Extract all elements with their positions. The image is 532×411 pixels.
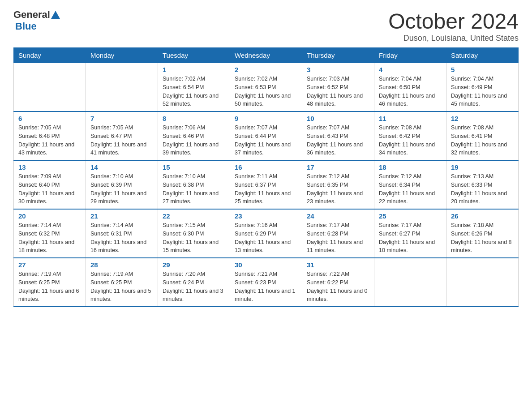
day-info: Sunrise: 7:10 AM Sunset: 6:38 PM Dayligh… [163,172,225,206]
day-info: Sunrise: 7:08 AM Sunset: 6:42 PM Dayligh… [379,124,442,157]
calendar-week-3: 13Sunrise: 7:09 AM Sunset: 6:40 PM Dayli… [14,160,519,209]
day-number: 17 [307,163,369,171]
calendar-week-4: 20Sunrise: 7:14 AM Sunset: 6:32 PM Dayli… [14,209,519,258]
day-number: 24 [307,212,369,220]
weekday-header-sunday: Sunday [14,48,86,63]
day-number: 16 [235,163,297,171]
day-info: Sunrise: 7:10 AM Sunset: 6:39 PM Dayligh… [90,172,153,206]
calendar-cell [446,258,519,307]
calendar-cell: 2Sunrise: 7:02 AM Sunset: 6:53 PM Daylig… [230,63,302,112]
calendar-cell: 25Sunrise: 7:17 AM Sunset: 6:27 PM Dayli… [374,209,446,258]
calendar-cell: 29Sunrise: 7:20 AM Sunset: 6:24 PM Dayli… [158,258,230,307]
day-number: 6 [18,115,81,122]
day-info: Sunrise: 7:15 AM Sunset: 6:30 PM Dayligh… [163,221,225,255]
calendar-cell: 12Sunrise: 7:08 AM Sunset: 6:41 PM Dayli… [446,111,519,160]
calendar-cell: 13Sunrise: 7:09 AM Sunset: 6:40 PM Dayli… [14,160,86,209]
day-number: 30 [235,261,297,269]
day-number: 26 [451,212,514,220]
calendar-cell: 5Sunrise: 7:04 AM Sunset: 6:49 PM Daylig… [446,63,519,112]
day-info: Sunrise: 7:04 AM Sunset: 6:49 PM Dayligh… [451,75,514,108]
day-number: 22 [163,212,225,220]
logo: General Blue [13,9,60,32]
day-info: Sunrise: 7:22 AM Sunset: 6:22 PM Dayligh… [307,270,369,304]
calendar-cell: 22Sunrise: 7:15 AM Sunset: 6:30 PM Dayli… [158,209,230,258]
day-info: Sunrise: 7:18 AM Sunset: 6:26 PM Dayligh… [451,221,514,255]
day-info: Sunrise: 7:19 AM Sunset: 6:25 PM Dayligh… [18,270,81,304]
day-info: Sunrise: 7:11 AM Sunset: 6:37 PM Dayligh… [235,172,297,206]
day-number: 2 [235,66,297,73]
title-section: October 2024 Duson, Louisiana, United St… [388,9,519,43]
day-info: Sunrise: 7:14 AM Sunset: 6:32 PM Dayligh… [18,221,81,255]
calendar-week-2: 6Sunrise: 7:05 AM Sunset: 6:48 PM Daylig… [14,111,519,160]
calendar-cell: 28Sunrise: 7:19 AM Sunset: 6:25 PM Dayli… [86,258,158,307]
day-info: Sunrise: 7:07 AM Sunset: 6:43 PM Dayligh… [307,124,369,157]
day-info: Sunrise: 7:17 AM Sunset: 6:27 PM Dayligh… [379,221,442,255]
calendar-cell: 14Sunrise: 7:10 AM Sunset: 6:39 PM Dayli… [86,160,158,209]
day-number: 11 [379,115,442,122]
day-number: 4 [379,66,442,73]
calendar-cell: 21Sunrise: 7:14 AM Sunset: 6:31 PM Dayli… [86,209,158,258]
day-number: 29 [163,261,225,269]
day-info: Sunrise: 7:16 AM Sunset: 6:29 PM Dayligh… [235,221,297,255]
calendar-table: SundayMondayTuesdayWednesdayThursdayFrid… [13,47,519,307]
calendar-cell: 27Sunrise: 7:19 AM Sunset: 6:25 PM Dayli… [14,258,86,307]
day-number: 13 [18,163,81,171]
weekday-header-monday: Monday [86,48,158,63]
calendar-header-row: SundayMondayTuesdayWednesdayThursdayFrid… [14,48,519,63]
calendar-cell: 24Sunrise: 7:17 AM Sunset: 6:28 PM Dayli… [302,209,374,258]
month-title: October 2024 [388,9,519,34]
calendar-cell: 17Sunrise: 7:12 AM Sunset: 6:35 PM Dayli… [302,160,374,209]
weekday-header-tuesday: Tuesday [158,48,230,63]
location: Duson, Louisiana, United States [388,34,519,43]
day-info: Sunrise: 7:21 AM Sunset: 6:23 PM Dayligh… [235,270,297,304]
day-number: 3 [307,66,369,73]
day-number: 18 [379,163,442,171]
day-info: Sunrise: 7:14 AM Sunset: 6:31 PM Dayligh… [90,221,153,255]
day-info: Sunrise: 7:17 AM Sunset: 6:28 PM Dayligh… [307,221,369,255]
day-number: 20 [18,212,81,220]
day-number: 7 [90,115,153,122]
calendar-cell: 6Sunrise: 7:05 AM Sunset: 6:48 PM Daylig… [14,111,86,160]
day-info: Sunrise: 7:05 AM Sunset: 6:47 PM Dayligh… [90,124,153,157]
day-info: Sunrise: 7:05 AM Sunset: 6:48 PM Dayligh… [18,124,81,157]
day-number: 14 [90,163,153,171]
day-number: 23 [235,212,297,220]
calendar-cell: 8Sunrise: 7:06 AM Sunset: 6:46 PM Daylig… [158,111,230,160]
day-info: Sunrise: 7:02 AM Sunset: 6:53 PM Dayligh… [235,75,297,108]
weekday-header-wednesday: Wednesday [230,48,302,63]
weekday-header-thursday: Thursday [302,48,374,63]
day-number: 28 [90,261,153,269]
day-info: Sunrise: 7:12 AM Sunset: 6:34 PM Dayligh… [379,172,442,206]
day-info: Sunrise: 7:06 AM Sunset: 6:46 PM Dayligh… [163,124,225,157]
calendar-cell: 15Sunrise: 7:10 AM Sunset: 6:38 PM Dayli… [158,160,230,209]
day-number: 12 [451,115,514,122]
day-info: Sunrise: 7:07 AM Sunset: 6:44 PM Dayligh… [235,124,297,157]
day-info: Sunrise: 7:19 AM Sunset: 6:25 PM Dayligh… [90,270,153,304]
day-number: 25 [379,212,442,220]
calendar-cell [374,258,446,307]
calendar-cell: 30Sunrise: 7:21 AM Sunset: 6:23 PM Dayli… [230,258,302,307]
logo-triangle-icon [51,11,60,19]
calendar-cell: 23Sunrise: 7:16 AM Sunset: 6:29 PM Dayli… [230,209,302,258]
calendar-cell: 31Sunrise: 7:22 AM Sunset: 6:22 PM Dayli… [302,258,374,307]
page-header: General Blue October 2024 Duson, Louisia… [13,9,519,43]
day-number: 8 [163,115,225,122]
day-info: Sunrise: 7:12 AM Sunset: 6:35 PM Dayligh… [307,172,369,206]
calendar-cell: 10Sunrise: 7:07 AM Sunset: 6:43 PM Dayli… [302,111,374,160]
calendar-cell: 19Sunrise: 7:13 AM Sunset: 6:33 PM Dayli… [446,160,519,209]
day-info: Sunrise: 7:09 AM Sunset: 6:40 PM Dayligh… [18,172,81,206]
calendar-cell: 4Sunrise: 7:04 AM Sunset: 6:50 PM Daylig… [374,63,446,112]
svg-marker-0 [51,11,60,19]
calendar-cell: 26Sunrise: 7:18 AM Sunset: 6:26 PM Dayli… [446,209,519,258]
logo-blue: Blue [15,21,37,32]
calendar-cell: 11Sunrise: 7:08 AM Sunset: 6:42 PM Dayli… [374,111,446,160]
calendar-week-1: 1Sunrise: 7:02 AM Sunset: 6:54 PM Daylig… [14,63,519,112]
calendar-cell [86,63,158,112]
calendar-cell: 20Sunrise: 7:14 AM Sunset: 6:32 PM Dayli… [14,209,86,258]
weekday-header-friday: Friday [374,48,446,63]
day-number: 21 [90,212,153,220]
day-info: Sunrise: 7:04 AM Sunset: 6:50 PM Dayligh… [379,75,442,108]
calendar-cell: 1Sunrise: 7:02 AM Sunset: 6:54 PM Daylig… [158,63,230,112]
day-number: 19 [451,163,514,171]
day-info: Sunrise: 7:02 AM Sunset: 6:54 PM Dayligh… [163,75,225,108]
